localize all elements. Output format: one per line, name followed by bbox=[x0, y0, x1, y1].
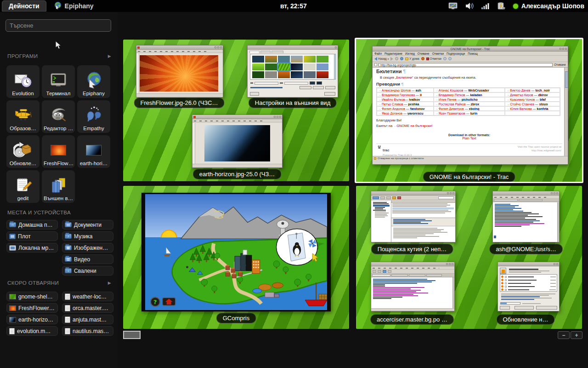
page-icon bbox=[374, 63, 377, 66]
workspace-3[interactable]: ? GCompris bbox=[123, 186, 349, 329]
screenshot-thumbnail-icon bbox=[9, 294, 16, 299]
window-label-mail: Пощенска кутия (2 неп… bbox=[371, 244, 453, 254]
forward-icon bbox=[390, 57, 393, 61]
recent-gnome-shell[interactable]: gnome-shel… bbox=[6, 292, 58, 301]
trac-heading-bulletins: Бюлетини ¶ bbox=[376, 69, 562, 74]
recent-expand-icon[interactable]: ▶ bbox=[108, 281, 111, 285]
recent-weather-locations[interactable]: weather-loc… bbox=[62, 292, 113, 301]
battery-power-icon[interactable] bbox=[497, 2, 506, 10]
workspace-4[interactable]: Пощенска кутия (2 неп… ash@GNOME:/usr/s… bbox=[356, 186, 582, 329]
place-videos[interactable]: ▥ Видео bbox=[62, 254, 113, 264]
app-tile-earth-horizon[interactable]: earth-hori… bbox=[77, 135, 110, 168]
focused-app-menu[interactable]: Epiphany bbox=[54, 1, 94, 11]
trac-footer: trac Powered by Trac 0.10.3 By Edgewall … bbox=[376, 144, 562, 156]
app-tile-freshflower[interactable]: FreshFlow… bbox=[42, 135, 75, 168]
back-button: Назад▾ bbox=[374, 57, 389, 61]
top-bar: Дейности Epiphany вт, 22:57 bbox=[0, 0, 588, 12]
scrollbar bbox=[564, 68, 568, 156]
recent-anjuta[interactable]: anjuta.mast… bbox=[62, 315, 113, 324]
window-evolution-mail[interactable] bbox=[371, 191, 456, 242]
app-tile-gcompris[interactable]: Образов… bbox=[6, 100, 40, 133]
svg-text:?: ? bbox=[153, 299, 157, 305]
window-titlebar bbox=[192, 115, 282, 119]
trac-download-block: Download in other formats: Plain Text bbox=[376, 133, 562, 140]
programs-expand-icon[interactable]: ▶ bbox=[108, 54, 111, 58]
appearance-bags-icon bbox=[49, 174, 68, 196]
history-icon bbox=[421, 57, 424, 60]
terminal-icon bbox=[49, 69, 68, 91]
recent-earth-horizon[interactable]: earth-horizo… bbox=[6, 315, 58, 324]
pictures-folder-icon: ▩ bbox=[65, 245, 72, 250]
app-tile-epiphany[interactable]: Epiphany bbox=[77, 65, 110, 98]
window-label-appearance: Настройки на външния вид bbox=[249, 98, 337, 108]
window-software-update[interactable] bbox=[498, 262, 560, 311]
place-music[interactable]: ♪ Музика bbox=[62, 231, 113, 241]
app-tile-gedit[interactable]: gedit bbox=[6, 170, 40, 203]
place-pictures[interactable]: ▩ Изображен… bbox=[62, 243, 113, 253]
window-gedit-po[interactable] bbox=[371, 262, 455, 311]
window-titlebar bbox=[371, 191, 455, 196]
earth-thumbnail-icon bbox=[9, 317, 16, 322]
browser-urlbar: http://fsa-bg.org/project/gtp Отиване bbox=[373, 62, 568, 68]
window-epiphany-trac[interactable]: GNOME на български! - Trac ФайлРедактира… bbox=[372, 46, 568, 165]
user-menu[interactable]: Александър Шопов bbox=[513, 2, 584, 10]
app-tile-evolution[interactable]: Evolution bbox=[6, 65, 40, 98]
activity-bubble bbox=[277, 229, 318, 265]
place-desktop[interactable]: Плот bbox=[6, 231, 58, 241]
app-tile-terminal[interactable]: Терминал bbox=[42, 65, 75, 98]
recent-orca[interactable]: orca.master.… bbox=[62, 303, 113, 313]
window-gimp-freshflower[interactable] bbox=[136, 45, 223, 98]
home-button: У дома bbox=[405, 57, 419, 60]
document-icon bbox=[65, 316, 70, 323]
volume-icon[interactable] bbox=[465, 2, 474, 10]
browser-menubar: ФайлРедактиране ИзгледОтиване ОтметкиПод… bbox=[373, 52, 568, 56]
clock[interactable]: вт, 22:57 bbox=[280, 2, 307, 10]
recent-evolution-po[interactable]: evolution.m… bbox=[6, 326, 58, 336]
freshflower-thumbnail-icon bbox=[51, 139, 66, 161]
reload-icon bbox=[400, 57, 403, 60]
place-downloads[interactable]: ↓ Свалени bbox=[62, 266, 113, 276]
workspace-1[interactable]: FreshFlower.jpg-26.0 (ЧЗС… bbox=[123, 40, 349, 181]
app-tile-empathy[interactable]: Empathy bbox=[77, 100, 110, 133]
place-home[interactable]: ⌂ Домашна п… bbox=[6, 220, 58, 230]
gimp-icon bbox=[49, 104, 68, 126]
zoom-in-icon bbox=[443, 57, 447, 60]
workspace-pager-indicator[interactable] bbox=[123, 331, 141, 339]
app-tile-updates[interactable]: Обновле… bbox=[6, 135, 40, 168]
places-section-header: МЕСТА И УСТРОЙСТВА bbox=[7, 210, 111, 215]
recent-freshflower[interactable]: FreshFlower… bbox=[6, 303, 58, 313]
gimp-menubar bbox=[136, 50, 223, 53]
display-settings-icon[interactable] bbox=[448, 2, 458, 10]
document-icon bbox=[65, 305, 70, 311]
window-label-update: Обновление н… bbox=[497, 314, 555, 325]
gimp-canvas-earth-image bbox=[204, 125, 270, 161]
recent-section-header: СКОРО ОТВАРЯНИ ▶ bbox=[7, 280, 111, 286]
window-titlebar bbox=[248, 46, 338, 50]
trac-team-line: Екипът на →GNOME на български! bbox=[376, 124, 562, 128]
system-tray: Александър Шопов bbox=[448, 2, 584, 10]
place-network[interactable]: Локална мр… bbox=[6, 243, 58, 253]
window-gimp-earth[interactable] bbox=[192, 115, 283, 168]
favorite-apps-grid: Evolution Терминал bbox=[6, 65, 113, 203]
network-signal-icon[interactable] bbox=[481, 3, 489, 10]
add-workspace-button[interactable]: + bbox=[571, 331, 582, 339]
window-terminal[interactable] bbox=[492, 191, 560, 242]
window-appearance-settings[interactable] bbox=[247, 45, 338, 98]
recent-nautilus[interactable]: nautilus.mas… bbox=[62, 326, 113, 336]
app-tile-gimp[interactable]: Редактор … bbox=[42, 100, 75, 133]
window-label-gedit: accerciser.master.bg.po … bbox=[370, 314, 454, 325]
remove-workspace-button[interactable]: − bbox=[558, 331, 570, 339]
window-label-earth: earth-horizon.jpg-25.0 (ЧЗ… bbox=[193, 169, 282, 179]
app-tile-appearance[interactable]: Външен в… bbox=[42, 170, 75, 203]
place-documents[interactable]: ▤ Документи bbox=[62, 220, 113, 230]
search-input[interactable] bbox=[6, 19, 111, 32]
window-label-terminal: ash@GNOME:/usr/s… bbox=[489, 244, 563, 254]
window-titlebar bbox=[493, 191, 559, 196]
activities-button[interactable]: Дейности bbox=[2, 0, 46, 12]
focused-app-name: Epiphany bbox=[65, 2, 94, 10]
trac-logo-icon bbox=[377, 145, 381, 149]
programs-section-header: ПРОГРАМИ ▶ bbox=[7, 53, 111, 59]
window-titlebar bbox=[498, 262, 559, 266]
window-gcompris[interactable]: ? bbox=[141, 193, 331, 311]
workspace-2-active[interactable]: GNOME на български! - Trac ФайлРедактира… bbox=[355, 38, 583, 183]
